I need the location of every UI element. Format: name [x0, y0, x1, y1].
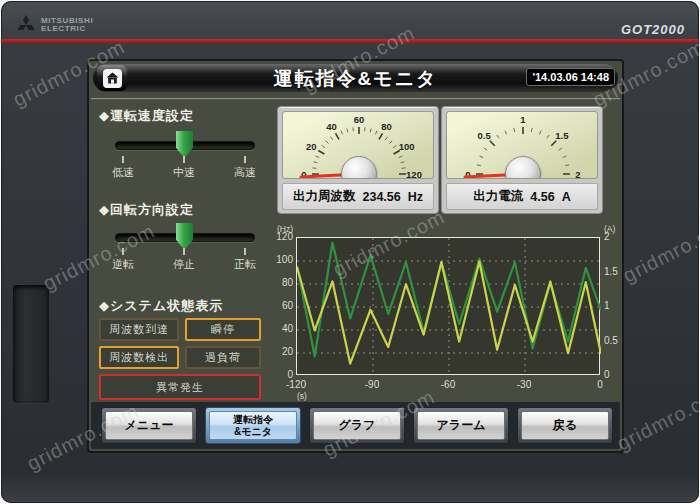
svg-text:80: 80 [381, 121, 392, 132]
nav-button-back[interactable]: 戻る [517, 407, 613, 444]
left-axis-tick: 60 [275, 300, 293, 311]
speed-option-mid: 中速 [162, 165, 206, 180]
status-lamp-fault[interactable]: 異常発生 [99, 374, 261, 400]
left-axis-tick: 100 [275, 254, 293, 265]
svg-text:100: 100 [399, 141, 415, 152]
svg-text:40: 40 [326, 121, 337, 132]
direction-section-title: ◆回転方向設定 [99, 201, 194, 219]
svg-text:0.5: 0.5 [477, 130, 491, 141]
nav-button-menu[interactable]: メニュー [101, 407, 197, 444]
gauge-frequency-dial: 020406080100120 [282, 111, 434, 179]
mitsubishi-diamonds-icon [17, 14, 36, 36]
right-axis-tick: 0.5 [604, 335, 624, 346]
left-axis-tick: 80 [275, 277, 293, 288]
nav-button-alarm[interactable]: アラーム [413, 407, 509, 444]
gauge-current-dial: 00.511.52 [446, 111, 598, 179]
speed-option-high: 高速 [223, 165, 267, 180]
speed-section-title: ◆運転速度設定 [99, 107, 194, 125]
x-axis-tick: -120 [281, 379, 311, 390]
gauge-value: 4.56 [530, 190, 554, 204]
bezel-accent-stripe [1, 39, 699, 43]
speed-tick [183, 156, 185, 163]
x-axis-tick: -30 [509, 379, 539, 390]
nav-button-graph[interactable]: グラフ [309, 407, 405, 444]
x-axis-unit: (s) [287, 391, 317, 401]
direction-tick [244, 248, 246, 255]
x-axis-tick: -90 [357, 379, 387, 390]
gauge-unit: A [562, 190, 571, 204]
right-axis-tick: 1.5 [604, 266, 624, 277]
gauge-panel-current: 00.511.52 出力電流 4.56 A [441, 106, 603, 214]
direction-option-forward: 正転 [223, 257, 267, 272]
model-label: GOT2000 [621, 22, 685, 37]
direction-slider-handle[interactable] [176, 223, 193, 250]
speed-slider-handle[interactable] [176, 131, 193, 158]
direction-tick [183, 248, 185, 255]
brand-name-bottom: ELECTRIC [41, 25, 93, 33]
speed-tick [244, 156, 246, 163]
hmi-device-photo: MITSUBISHI ELECTRIC GOT2000 運転指令&モニタ '14 [0, 0, 700, 504]
svg-text:60: 60 [354, 114, 365, 125]
x-axis-tick: 0 [585, 379, 615, 390]
x-axis-tick: -60 [433, 379, 463, 390]
bezel-side-slot [13, 285, 49, 403]
direction-option-stop: 停止 [162, 257, 206, 272]
gauge-name: 出力電流 [473, 188, 523, 205]
gauge-current-readout: 出力電流 4.56 A [446, 183, 598, 210]
right-axis-unit: (A) [604, 224, 615, 234]
trend-chart: 02040608010012000.511.52-120-90-60-300(H… [275, 224, 621, 424]
speed-tick [122, 156, 124, 163]
left-axis-tick: 20 [275, 346, 293, 357]
nav-button-operation-monitor[interactable]: 運転指令 &モニタ [205, 407, 301, 444]
left-axis-unit: (Hz) [275, 224, 293, 234]
svg-text:120: 120 [406, 169, 422, 180]
brand-logo: MITSUBISHI ELECTRIC [17, 14, 93, 36]
right-axis-tick: 1 [604, 300, 624, 311]
direction-option-reverse: 逆転 [101, 257, 145, 272]
device-bezel: MITSUBISHI ELECTRIC GOT2000 運転指令&モニタ '14 [1, 1, 699, 503]
speed-option-low: 低速 [101, 165, 145, 180]
header-separator [91, 98, 620, 100]
status-lamp-overload[interactable]: 過負荷 [185, 346, 261, 369]
chart-plot-area [296, 237, 600, 375]
status-lamp-frequency-detect[interactable]: 周波数検出 [99, 346, 179, 369]
status-lamp-frequency-reached[interactable]: 周波数到達 [99, 318, 179, 341]
svg-text:1.5: 1.5 [555, 130, 569, 141]
direction-tick [122, 248, 124, 255]
svg-text:1: 1 [520, 114, 526, 125]
gauge-value: 234.56 [362, 190, 400, 204]
clock-display: '14.03.06 14:48 [526, 68, 615, 86]
touch-screen: 運転指令&モニタ '14.03.06 14:48 ◆運転速度設定 低速 中速 高… [89, 61, 622, 451]
gauge-panel-frequency: 020406080100120 出力周波数 234.56 Hz [277, 106, 439, 214]
status-lamp-instantaneous-stop[interactable]: 瞬停 [185, 318, 261, 341]
gauge-unit: Hz [408, 190, 423, 204]
nav-bar: メニュー 運転指令 &モニタ グラフ アラーム 戻る [91, 402, 620, 449]
left-axis-tick: 40 [275, 323, 293, 334]
status-section-title: ◆システム状態表示 [99, 297, 223, 315]
gauge-name: 出力周波数 [293, 188, 356, 205]
svg-text:20: 20 [306, 141, 317, 152]
gauge-frequency-readout: 出力周波数 234.56 Hz [282, 183, 434, 210]
svg-text:2: 2 [575, 169, 580, 180]
